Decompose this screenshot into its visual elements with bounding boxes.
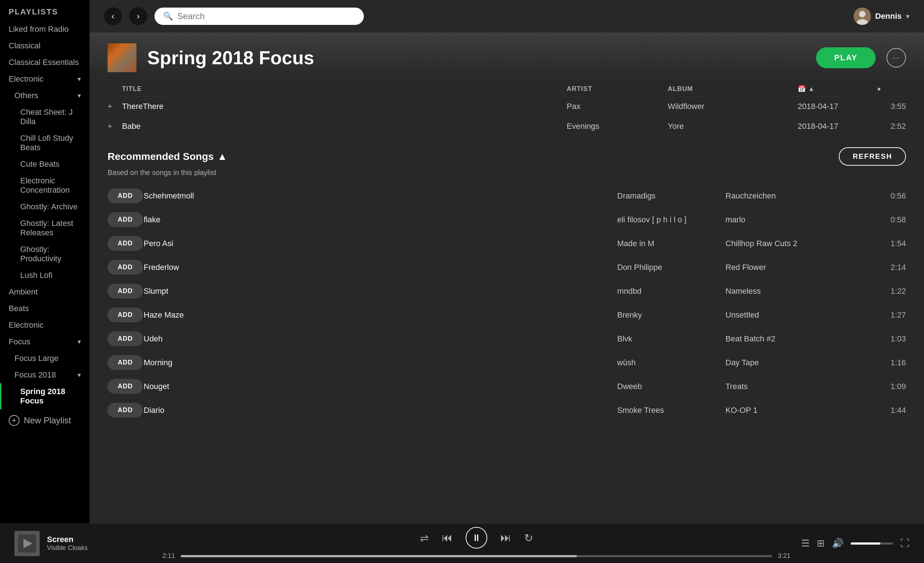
playlist-title: Spring 2018 Focus [147, 47, 805, 69]
pause-button[interactable]: ⏸ [466, 527, 487, 548]
sidebar-item-ghostly-productivity[interactable]: Ghostly: Productivity [0, 241, 90, 267]
back-button[interactable]: ‹ [104, 7, 122, 25]
new-playlist-button[interactable]: + New Playlist [0, 409, 90, 432]
add-song-button[interactable]: ADD [108, 355, 143, 370]
recommended-subtitle: Based on the songs in this playlist [108, 169, 906, 177]
sidebar-item-ghostly-latest[interactable]: Ghostly: Latest Releases [0, 215, 90, 241]
sidebar-item-cute-beats[interactable]: Cute Beats [0, 156, 90, 172]
sidebar-item-others[interactable]: Others ▾ [0, 87, 90, 104]
fullscreen-button[interactable]: ⛶ [900, 538, 910, 549]
sidebar-item-label: Others [14, 91, 38, 100]
sidebar-item-label: Electronic [9, 74, 44, 84]
sidebar-item-spring-2018-focus[interactable]: Spring 2018 Focus [0, 383, 90, 409]
table-row: + ThereThere Pax Wildflower 2018-04-17 3… [108, 97, 906, 117]
list-item: ADD Morning wūsh Day Tape 1:16 [108, 351, 906, 374]
add-song-button[interactable]: ADD [108, 189, 143, 203]
sidebar-item-chill-lofi[interactable]: Chill Lofi Study Beats [0, 130, 90, 156]
sidebar-item-label: Electronic Concentration [20, 176, 81, 195]
sidebar-item-label: Ghostly: Productivity [20, 245, 81, 264]
add-song-button[interactable]: ADD [108, 379, 143, 394]
sidebar-item-label: Ambient [9, 287, 38, 296]
rec-track-title: Nouget [144, 382, 617, 391]
add-button-container: ADD [108, 260, 144, 275]
shuffle-button[interactable]: ⇌ [420, 532, 429, 544]
col-duration: ● [877, 85, 906, 93]
play-button[interactable]: PLAY [816, 47, 876, 68]
refresh-button[interactable]: REFRESH [839, 147, 906, 166]
rec-track-artist: Blvk [617, 334, 726, 344]
plus-icon: + [9, 415, 20, 426]
sidebar-item-label: Ghostly: Archive [20, 202, 78, 211]
add-song-button[interactable]: ADD [108, 236, 143, 251]
rec-track-duration: 1:27 [870, 310, 906, 320]
add-song-button[interactable]: ADD [108, 403, 143, 418]
sidebar-item-classical[interactable]: Classical [0, 37, 90, 54]
player-controls: ⇌ ⏮ ⏸ ⏭ ↻ 2:11 3:21 [162, 527, 790, 560]
sidebar-item-label: Beats [9, 304, 29, 313]
sidebar-item-liked-from-radio[interactable]: Liked from Radio [0, 21, 90, 37]
next-button[interactable]: ⏭ [500, 532, 511, 544]
sidebar-item-electronic2[interactable]: Electronic [0, 317, 90, 334]
avatar [854, 7, 871, 25]
rec-track-album: marlo [726, 215, 870, 225]
list-item: ADD Frederlow Don Philippe Red Flower 2:… [108, 256, 906, 279]
queue-button[interactable]: ☰ [801, 538, 810, 549]
sidebar-item-lush-lofi[interactable]: Lush Lofi [0, 267, 90, 284]
sidebar-item-focus-2018[interactable]: Focus 2018 ▾ [0, 367, 90, 383]
rec-track-title: Schehmetmoll [144, 191, 617, 201]
sidebar-item-label: Liked from Radio [9, 24, 69, 34]
prev-button[interactable]: ⏮ [442, 532, 453, 544]
volume-fill [851, 542, 880, 545]
playlist-header: Spring 2018 Focus PLAY ··· [90, 33, 924, 80]
col-add [108, 85, 122, 93]
sidebar-item-ghostly-archive[interactable]: Ghostly: Archive [0, 199, 90, 215]
player-right-controls: ☰ ⊞ 🔊 ⛶ [801, 538, 910, 549]
now-playing-title: Screen [47, 535, 152, 544]
volume-bar[interactable] [851, 542, 893, 545]
add-song-button[interactable]: ADD [108, 284, 143, 298]
sidebar-item-focus-large[interactable]: Focus Large [0, 350, 90, 367]
add-button-container: ADD [108, 284, 144, 298]
progress-track[interactable] [181, 555, 772, 557]
add-song-button[interactable]: ADD [108, 331, 143, 346]
sidebar-item-classical-essentials[interactable]: Classical Essentials [0, 54, 90, 71]
user-area[interactable]: Dennis ▾ [854, 7, 910, 25]
add-button-container: ADD [108, 355, 144, 370]
sidebar-item-label: Classical Essentials [9, 58, 79, 67]
add-button-container: ADD [108, 331, 144, 346]
device-button[interactable]: ⊞ [817, 538, 825, 549]
sidebar-item-cheat-sheet[interactable]: Cheat Sheet: J Dilla [0, 104, 90, 130]
add-track-icon[interactable]: + [108, 102, 122, 111]
sidebar-item-beats[interactable]: Beats [0, 300, 90, 317]
sidebar-item-ambient[interactable]: Ambient [0, 284, 90, 300]
sidebar-item-label: Ghostly: Latest Releases [20, 219, 81, 238]
progress-fill [181, 555, 577, 557]
more-options-button[interactable]: ··· [886, 48, 906, 67]
add-song-button[interactable]: ADD [108, 212, 143, 227]
list-item: ADD Pero Asi Made in M Chillhop Raw Cuts… [108, 232, 906, 256]
sidebar-item-label: Electronic [9, 320, 44, 330]
sidebar-item-label: Focus Large [14, 354, 58, 363]
add-track-icon[interactable]: + [108, 121, 122, 131]
rec-track-album: KO-OP 1 [726, 406, 870, 415]
sidebar-item-electronic[interactable]: Electronic ▾ [0, 71, 90, 87]
rec-track-artist: eli filosov [ p h i l o ] [617, 215, 726, 225]
rec-track-title: Frederlow [144, 263, 617, 272]
sidebar-item-focus[interactable]: Focus ▾ [0, 334, 90, 350]
rec-track-title: Pero Asi [144, 239, 617, 248]
forward-button[interactable]: › [129, 7, 147, 25]
repeat-button[interactable]: ↻ [524, 532, 533, 544]
rec-track-album: Beat Batch #2 [726, 334, 870, 344]
svg-point-1 [859, 11, 866, 17]
search-bar[interactable]: 🔍 [154, 7, 364, 25]
progress-bar-container[interactable]: 2:11 3:21 [162, 552, 790, 560]
sidebar-item-electronic-concentration[interactable]: Electronic Concentration [0, 172, 90, 199]
add-song-button[interactable]: ADD [108, 260, 143, 275]
search-input[interactable] [177, 11, 355, 21]
chevron-down-icon: ▾ [78, 92, 81, 100]
volume-button[interactable]: 🔊 [832, 538, 843, 549]
add-song-button[interactable]: ADD [108, 307, 143, 322]
track-table: TITLE ARTIST ALBUM 📅 ▲ ● [90, 80, 924, 136]
col-artist: ARTIST [567, 85, 668, 93]
recommended-title: Recommended Songs ▲ [108, 151, 227, 162]
